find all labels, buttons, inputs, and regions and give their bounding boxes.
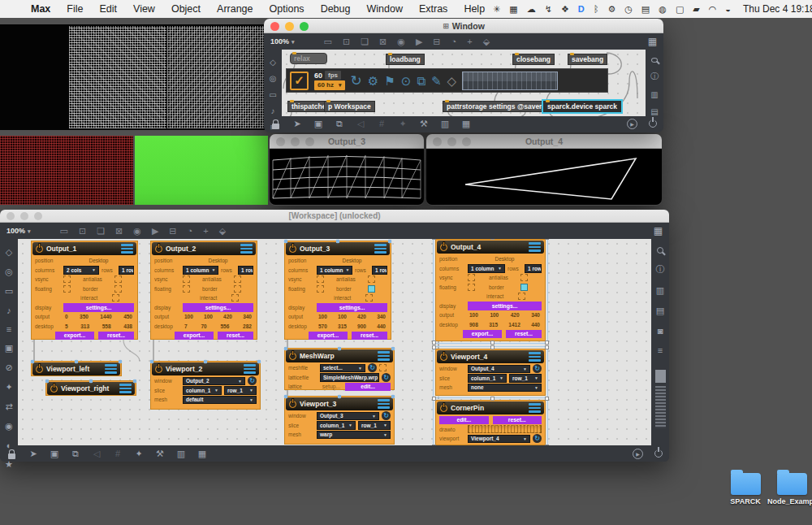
loadbang-object[interactable]: loadbang (386, 54, 425, 65)
power-icon[interactable] (155, 366, 162, 373)
output-h[interactable]: 340 (243, 314, 252, 319)
deepl-icon[interactable]: D (578, 5, 585, 14)
paint-icon[interactable]: ⬙ (483, 37, 490, 46)
output3-titlebar[interactable]: Output_3 (270, 134, 424, 149)
columns-icon[interactable]: ▥ (656, 285, 664, 296)
layers-icon[interactable]: ⧉ (65, 449, 86, 459)
close-button[interactable] (276, 137, 285, 146)
siri-icon[interactable]: ◍ (659, 5, 667, 14)
gear-icon[interactable]: ⚙ (368, 75, 378, 87)
refresh-icon[interactable] (382, 411, 391, 420)
power-icon[interactable] (289, 245, 296, 253)
menubar-clock[interactable]: Thu Dec 4 19:18 (743, 3, 812, 15)
pencil-icon[interactable]: ✎ (431, 75, 442, 87)
speaker-icon[interactable]: ◁ (86, 449, 107, 459)
folder-icon[interactable] (777, 473, 807, 495)
position-value[interactable]: Desktop (468, 256, 542, 262)
menu-icon[interactable] (121, 244, 133, 254)
layers-icon[interactable]: ⧉ (329, 119, 350, 129)
power-icon[interactable] (649, 119, 657, 128)
power-icon[interactable] (654, 449, 663, 458)
comment-icon[interactable]: ❏ (97, 227, 105, 236)
rows-dropdown[interactable]: 1 row (525, 264, 542, 273)
add-icon[interactable]: + (203, 227, 208, 236)
module-header[interactable]: CornerPin (437, 401, 544, 414)
row-dropdown[interactable]: row_1 (509, 374, 542, 383)
refresh-icon[interactable] (368, 363, 377, 372)
latticefile-dropdown[interactable]: SimpleMeshWarp.wrp (320, 373, 379, 382)
vsync-checkbox[interactable] (183, 276, 190, 283)
camera-icon[interactable]: ◙ (658, 326, 663, 336)
export-button[interactable]: export... (463, 330, 502, 339)
mixer-icon[interactable]: ≡ (658, 345, 663, 355)
menu-edit[interactable]: Edit (99, 3, 117, 15)
clip-icon[interactable]: ⊘ (5, 362, 12, 373)
desktop-h[interactable]: 438 (123, 323, 132, 329)
add-icon[interactable]: + (467, 37, 472, 46)
dial-icon[interactable]: ◔ (188, 227, 193, 236)
border-checkbox[interactable] (368, 285, 375, 293)
power-icon[interactable] (289, 353, 296, 360)
refresh-icon[interactable] (533, 364, 542, 373)
output-w[interactable]: 420 (357, 314, 366, 319)
output-x[interactable]: 100 (184, 314, 193, 319)
desktop-y[interactable]: 315 (338, 323, 347, 329)
mixer-icon[interactable]: ≡ (6, 324, 11, 334)
window-dropdown[interactable]: Output_4 (468, 365, 530, 374)
column-dropdown[interactable]: column_1 (468, 374, 507, 383)
play-button[interactable]: ▶ (633, 449, 643, 459)
antialias-checkbox[interactable] (114, 276, 122, 283)
comment-icon[interactable]: ❏ (361, 37, 369, 46)
bookmark-icon[interactable]: ⚑ (384, 75, 395, 87)
vsync-checkbox[interactable] (317, 276, 324, 283)
column-dropdown[interactable]: column_1 (317, 421, 356, 430)
module-header[interactable]: Viewport_3 (286, 397, 393, 410)
audio-icon[interactable]: ♪ (6, 306, 11, 315)
zoom-slider-handle[interactable] (655, 370, 666, 383)
window-dropdown[interactable]: Output_2 (183, 377, 245, 386)
closebang-object[interactable]: closebang (512, 54, 555, 65)
menu-options[interactable]: Options (270, 3, 304, 15)
reset-button[interactable]: reset... (493, 416, 542, 425)
rows-dropdown[interactable]: 1 row (119, 266, 134, 275)
dial-icon[interactable]: ◔ (451, 37, 457, 46)
edit-button[interactable]: edit... (439, 416, 489, 425)
zoom-button[interactable] (34, 212, 42, 220)
minimize-button[interactable] (291, 137, 300, 146)
pointer-icon[interactable]: ➤ (23, 449, 44, 459)
wand-icon[interactable]: ✦ (392, 119, 413, 129)
interact-checkbox[interactable] (112, 294, 119, 302)
desktop-h[interactable]: 282 (243, 323, 252, 329)
interact-checkbox[interactable] (518, 293, 525, 300)
output-y[interactable]: 100 (490, 312, 499, 318)
module-header[interactable]: MeshWarp (286, 349, 393, 362)
info-icon[interactable]: ⓘ (650, 71, 659, 82)
grid-icon[interactable]: # (107, 449, 128, 458)
border-checkbox[interactable] (234, 285, 241, 293)
play-button[interactable]: ▶ (627, 119, 637, 129)
position-value[interactable]: Desktop (183, 258, 253, 263)
module-header[interactable]: Viewport_4 (437, 350, 544, 363)
settings-button[interactable]: settings... (468, 302, 542, 310)
favorites-icon[interactable]: ★ (5, 459, 13, 470)
desktop-w[interactable]: 558 (102, 323, 111, 329)
search-icon[interactable] (651, 58, 658, 63)
patchcord-icon[interactable]: ⧉ (417, 75, 425, 87)
desktop-y[interactable]: 313 (80, 323, 89, 329)
desktop-w[interactable]: 556 (220, 323, 229, 329)
power-icon[interactable] (289, 401, 296, 408)
refresh-icon[interactable] (382, 373, 391, 382)
wrench-icon[interactable]: ⚒ (413, 119, 434, 129)
paint-icon[interactable]: ⬙ (219, 227, 226, 236)
target-icon[interactable]: ◎ (5, 267, 13, 277)
power-icon[interactable] (155, 245, 162, 253)
object-box-icon[interactable]: ▭ (60, 227, 68, 236)
desktop-x[interactable]: 570 (318, 323, 327, 329)
output-y[interactable]: 100 (204, 314, 213, 319)
minimize-button[interactable] (20, 212, 28, 220)
menu-extras[interactable]: Extras (419, 3, 447, 15)
image-icon[interactable]: ▣ (5, 343, 13, 354)
lock-icon[interactable] (8, 453, 15, 459)
close-button[interactable] (6, 212, 15, 220)
close-button[interactable] (270, 22, 279, 31)
